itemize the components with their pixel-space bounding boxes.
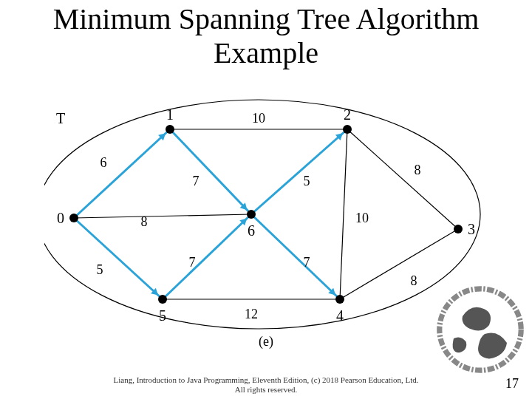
footer-line2: All rights reserved. bbox=[235, 385, 298, 394]
graph-node bbox=[454, 225, 463, 233]
mst-edge bbox=[251, 129, 347, 214]
graph-node bbox=[247, 210, 256, 219]
slide-title-line2: Example bbox=[0, 35, 532, 70]
graph-diagram: 6510758108127780123456 T (e) bbox=[44, 96, 488, 347]
edge-weight: 8 bbox=[411, 273, 417, 289]
edge-weight: 10 bbox=[252, 111, 265, 126]
figure-caption: (e) bbox=[259, 334, 273, 349]
graph-node-label: 0 bbox=[57, 210, 64, 227]
mst-edge bbox=[251, 214, 340, 299]
set-boundary bbox=[44, 100, 480, 329]
plain-edge bbox=[340, 129, 347, 299]
edge-weight: 7 bbox=[189, 255, 196, 270]
mst-edge bbox=[74, 129, 170, 218]
graph-node bbox=[335, 295, 344, 304]
edge-weight: 8 bbox=[415, 163, 421, 178]
edge-weight: 7 bbox=[304, 255, 310, 270]
graph-node-label: 3 bbox=[468, 221, 475, 238]
graph-node-label: 5 bbox=[159, 307, 166, 324]
edge-weight: 10 bbox=[355, 211, 369, 226]
graph-node bbox=[69, 214, 78, 222]
graph-node-label: 2 bbox=[344, 106, 351, 123]
graph-node bbox=[343, 125, 352, 134]
plain-edge bbox=[74, 214, 251, 218]
page-number: 17 bbox=[505, 376, 519, 392]
graph-node-label: 1 bbox=[166, 106, 174, 123]
edge-weight: 12 bbox=[245, 307, 258, 322]
graph-node bbox=[158, 295, 167, 304]
graph-node bbox=[166, 125, 174, 134]
mst-edge bbox=[163, 214, 251, 299]
copyright-footer: Liang, Introduction to Java Programming,… bbox=[0, 375, 532, 395]
graph-node-label: 4 bbox=[336, 307, 344, 324]
edge-weight: 7 bbox=[193, 174, 200, 189]
mst-edge bbox=[170, 129, 251, 214]
globe-icon bbox=[436, 285, 525, 374]
graph-node-label: 6 bbox=[248, 222, 255, 239]
edge-weight: 5 bbox=[97, 262, 103, 278]
set-label-T: T bbox=[56, 110, 65, 127]
footer-line1: Liang, Introduction to Java Programming,… bbox=[113, 375, 418, 384]
edge-weight: 8 bbox=[141, 214, 148, 230]
edge-weight: 6 bbox=[100, 155, 107, 171]
edge-weight: 5 bbox=[304, 174, 310, 189]
slide-title-line1: Minimum Spanning Tree Algorithm bbox=[0, 3, 532, 35]
graph-svg bbox=[44, 96, 488, 347]
